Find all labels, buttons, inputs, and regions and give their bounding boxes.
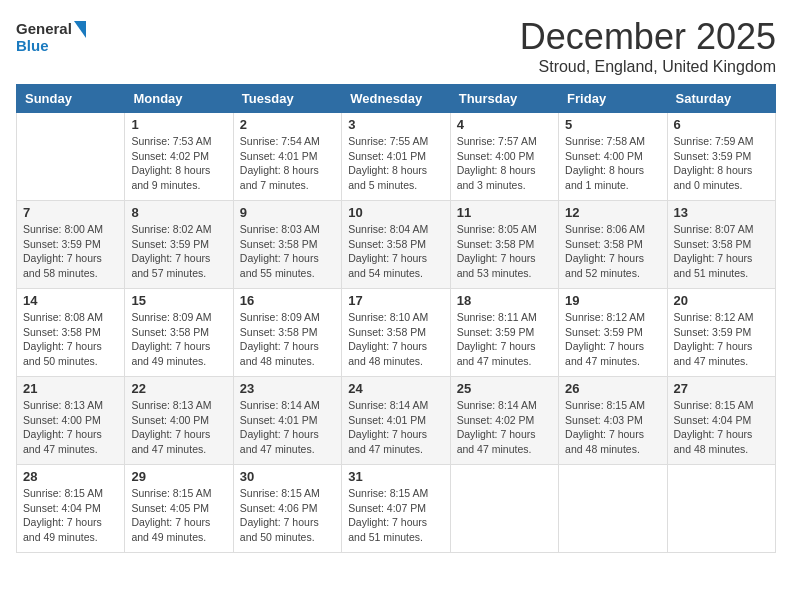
day-info: Sunrise: 8:15 AM Sunset: 4:03 PM Dayligh… (565, 398, 660, 457)
day-info: Sunrise: 8:09 AM Sunset: 3:58 PM Dayligh… (131, 310, 226, 369)
day-number: 2 (240, 117, 335, 132)
day-info: Sunrise: 8:07 AM Sunset: 3:58 PM Dayligh… (674, 222, 769, 281)
month-title: December 2025 (520, 16, 776, 58)
day-cell: 30 Sunrise: 8:15 AM Sunset: 4:06 PM Dayl… (233, 465, 341, 553)
day-cell: 15 Sunrise: 8:09 AM Sunset: 3:58 PM Dayl… (125, 289, 233, 377)
svg-text:Blue: Blue (16, 37, 49, 54)
week-row-3: 14 Sunrise: 8:08 AM Sunset: 3:58 PM Dayl… (17, 289, 776, 377)
day-info: Sunrise: 8:13 AM Sunset: 4:00 PM Dayligh… (23, 398, 118, 457)
day-cell: 17 Sunrise: 8:10 AM Sunset: 3:58 PM Dayl… (342, 289, 450, 377)
day-cell: 18 Sunrise: 8:11 AM Sunset: 3:59 PM Dayl… (450, 289, 558, 377)
weekday-header-thursday: Thursday (450, 85, 558, 113)
day-cell (667, 465, 775, 553)
day-info: Sunrise: 8:15 AM Sunset: 4:04 PM Dayligh… (674, 398, 769, 457)
day-cell: 13 Sunrise: 8:07 AM Sunset: 3:58 PM Dayl… (667, 201, 775, 289)
day-info: Sunrise: 8:12 AM Sunset: 3:59 PM Dayligh… (565, 310, 660, 369)
day-info: Sunrise: 8:14 AM Sunset: 4:01 PM Dayligh… (348, 398, 443, 457)
logo-icon: General Blue (16, 16, 86, 60)
weekday-header-friday: Friday (559, 85, 667, 113)
day-info: Sunrise: 8:14 AM Sunset: 4:01 PM Dayligh… (240, 398, 335, 457)
day-cell: 11 Sunrise: 8:05 AM Sunset: 3:58 PM Dayl… (450, 201, 558, 289)
day-info: Sunrise: 8:02 AM Sunset: 3:59 PM Dayligh… (131, 222, 226, 281)
day-number: 14 (23, 293, 118, 308)
day-number: 4 (457, 117, 552, 132)
day-info: Sunrise: 8:15 AM Sunset: 4:06 PM Dayligh… (240, 486, 335, 545)
day-info: Sunrise: 7:53 AM Sunset: 4:02 PM Dayligh… (131, 134, 226, 193)
day-info: Sunrise: 8:05 AM Sunset: 3:58 PM Dayligh… (457, 222, 552, 281)
day-info: Sunrise: 8:03 AM Sunset: 3:58 PM Dayligh… (240, 222, 335, 281)
weekday-header-tuesday: Tuesday (233, 85, 341, 113)
day-cell: 2 Sunrise: 7:54 AM Sunset: 4:01 PM Dayli… (233, 113, 341, 201)
day-number: 10 (348, 205, 443, 220)
day-cell: 9 Sunrise: 8:03 AM Sunset: 3:58 PM Dayli… (233, 201, 341, 289)
day-cell (17, 113, 125, 201)
day-number: 17 (348, 293, 443, 308)
weekday-header-row: SundayMondayTuesdayWednesdayThursdayFrid… (17, 85, 776, 113)
day-cell: 4 Sunrise: 7:57 AM Sunset: 4:00 PM Dayli… (450, 113, 558, 201)
svg-text:General: General (16, 20, 72, 37)
day-cell: 24 Sunrise: 8:14 AM Sunset: 4:01 PM Dayl… (342, 377, 450, 465)
day-info: Sunrise: 8:15 AM Sunset: 4:05 PM Dayligh… (131, 486, 226, 545)
page-header: General Blue December 2025 Stroud, Engla… (16, 16, 776, 76)
day-number: 9 (240, 205, 335, 220)
day-number: 11 (457, 205, 552, 220)
day-cell: 7 Sunrise: 8:00 AM Sunset: 3:59 PM Dayli… (17, 201, 125, 289)
day-number: 7 (23, 205, 118, 220)
day-number: 30 (240, 469, 335, 484)
day-cell (450, 465, 558, 553)
day-info: Sunrise: 8:13 AM Sunset: 4:00 PM Dayligh… (131, 398, 226, 457)
day-number: 29 (131, 469, 226, 484)
day-number: 8 (131, 205, 226, 220)
day-number: 25 (457, 381, 552, 396)
day-cell: 20 Sunrise: 8:12 AM Sunset: 3:59 PM Dayl… (667, 289, 775, 377)
day-cell: 1 Sunrise: 7:53 AM Sunset: 4:02 PM Dayli… (125, 113, 233, 201)
day-number: 20 (674, 293, 769, 308)
day-number: 18 (457, 293, 552, 308)
day-cell: 3 Sunrise: 7:55 AM Sunset: 4:01 PM Dayli… (342, 113, 450, 201)
day-cell: 21 Sunrise: 8:13 AM Sunset: 4:00 PM Dayl… (17, 377, 125, 465)
day-info: Sunrise: 8:06 AM Sunset: 3:58 PM Dayligh… (565, 222, 660, 281)
day-number: 27 (674, 381, 769, 396)
day-cell: 29 Sunrise: 8:15 AM Sunset: 4:05 PM Dayl… (125, 465, 233, 553)
day-number: 21 (23, 381, 118, 396)
day-cell: 19 Sunrise: 8:12 AM Sunset: 3:59 PM Dayl… (559, 289, 667, 377)
weekday-header-wednesday: Wednesday (342, 85, 450, 113)
day-cell: 12 Sunrise: 8:06 AM Sunset: 3:58 PM Dayl… (559, 201, 667, 289)
svg-marker-2 (74, 21, 86, 38)
day-info: Sunrise: 8:08 AM Sunset: 3:58 PM Dayligh… (23, 310, 118, 369)
day-number: 23 (240, 381, 335, 396)
day-number: 19 (565, 293, 660, 308)
day-info: Sunrise: 8:15 AM Sunset: 4:04 PM Dayligh… (23, 486, 118, 545)
weekday-header-monday: Monday (125, 85, 233, 113)
day-cell: 27 Sunrise: 8:15 AM Sunset: 4:04 PM Dayl… (667, 377, 775, 465)
day-info: Sunrise: 8:10 AM Sunset: 3:58 PM Dayligh… (348, 310, 443, 369)
day-info: Sunrise: 7:58 AM Sunset: 4:00 PM Dayligh… (565, 134, 660, 193)
day-info: Sunrise: 8:04 AM Sunset: 3:58 PM Dayligh… (348, 222, 443, 281)
day-number: 13 (674, 205, 769, 220)
day-cell: 5 Sunrise: 7:58 AM Sunset: 4:00 PM Dayli… (559, 113, 667, 201)
week-row-4: 21 Sunrise: 8:13 AM Sunset: 4:00 PM Dayl… (17, 377, 776, 465)
day-number: 24 (348, 381, 443, 396)
day-number: 1 (131, 117, 226, 132)
day-info: Sunrise: 8:00 AM Sunset: 3:59 PM Dayligh… (23, 222, 118, 281)
day-cell: 22 Sunrise: 8:13 AM Sunset: 4:00 PM Dayl… (125, 377, 233, 465)
day-cell: 26 Sunrise: 8:15 AM Sunset: 4:03 PM Dayl… (559, 377, 667, 465)
week-row-1: 1 Sunrise: 7:53 AM Sunset: 4:02 PM Dayli… (17, 113, 776, 201)
day-info: Sunrise: 8:09 AM Sunset: 3:58 PM Dayligh… (240, 310, 335, 369)
calendar: SundayMondayTuesdayWednesdayThursdayFrid… (16, 84, 776, 553)
day-info: Sunrise: 8:15 AM Sunset: 4:07 PM Dayligh… (348, 486, 443, 545)
day-cell (559, 465, 667, 553)
day-number: 3 (348, 117, 443, 132)
day-number: 6 (674, 117, 769, 132)
week-row-2: 7 Sunrise: 8:00 AM Sunset: 3:59 PM Dayli… (17, 201, 776, 289)
day-number: 5 (565, 117, 660, 132)
day-cell: 8 Sunrise: 8:02 AM Sunset: 3:59 PM Dayli… (125, 201, 233, 289)
location: Stroud, England, United Kingdom (520, 58, 776, 76)
day-cell: 14 Sunrise: 8:08 AM Sunset: 3:58 PM Dayl… (17, 289, 125, 377)
day-number: 22 (131, 381, 226, 396)
weekday-header-sunday: Sunday (17, 85, 125, 113)
title-area: December 2025 Stroud, England, United Ki… (520, 16, 776, 76)
day-info: Sunrise: 7:57 AM Sunset: 4:00 PM Dayligh… (457, 134, 552, 193)
day-number: 15 (131, 293, 226, 308)
day-number: 26 (565, 381, 660, 396)
